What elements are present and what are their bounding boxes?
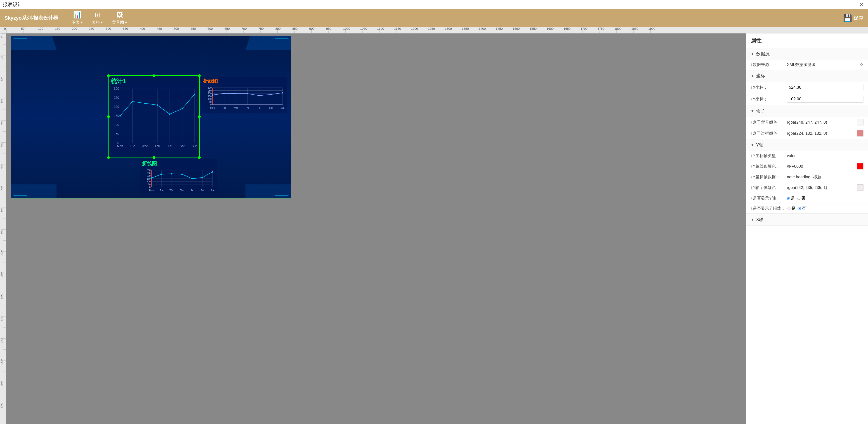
yaxis-data-row: ℹ Y坐标轴数据： note.heading--标题: [746, 172, 868, 182]
svg-point-25: [144, 102, 146, 104]
x-coord-label: ℹ X坐标：: [751, 85, 784, 90]
arrow-datasource: ▼: [751, 52, 754, 56]
svg-text:Thu: Thu: [180, 189, 184, 192]
svg-text:Fri: Fri: [191, 189, 193, 192]
info-icon-ds[interactable]: ℹ: [751, 63, 752, 66]
bg-icon: 🖼: [116, 11, 123, 19]
yaxis-divider-row: ℹ 是否显示分隔线： 是 否: [746, 204, 868, 214]
chart-small-tr[interactable]: 折线图 300250200150100500MonTueWedThuFriSat…: [201, 77, 287, 113]
yaxis-font-color-label: ℹ Y轴字体颜色：: [751, 185, 784, 190]
corner-tr: [275, 38, 288, 40]
info-icon-boxborder[interactable]: ℹ: [751, 131, 752, 135]
yaxis-divider-yes[interactable]: 是: [787, 206, 796, 211]
info-icon-yshow[interactable]: ℹ: [751, 196, 752, 200]
yaxis-divider-label: ℹ 是否显示分隔线：: [751, 206, 785, 211]
svg-point-99: [171, 173, 173, 175]
svg-point-102: [202, 177, 203, 178]
x-coord-input[interactable]: [787, 84, 864, 91]
section-xaxis-header[interactable]: ▼ X轴: [746, 214, 868, 225]
svg-text:Thu: Thu: [246, 107, 249, 109]
section-yaxis-label: Y轴: [756, 142, 764, 148]
svg-text:Fri: Fri: [168, 144, 172, 148]
refresh-button[interactable]: ⟳: [860, 62, 864, 67]
svg-text:200: 200: [147, 175, 151, 177]
section-box: ▼ 盒子 ℹ 盒子背景颜色： rgba(248, 247, 247, 0) ℹ …: [746, 105, 868, 139]
yaxis-data-value: note.heading--标题: [787, 174, 864, 180]
table-label: 表格 ▾: [92, 20, 103, 25]
toolbar-table-button[interactable]: ⊞ 表格 ▾: [92, 11, 103, 25]
section-datasource: ▼ 数据源 ℹ 数据来源： XML数据源测试 ⟳: [746, 48, 868, 70]
main-chart-svg: 300250200150100500MonTueWedThuFriSatSun: [111, 87, 197, 150]
info-icon-yfont[interactable]: ℹ: [751, 186, 752, 189]
bg-deco-bottom-left: [11, 184, 57, 198]
section-box-header[interactable]: ▼ 盒子: [746, 105, 868, 117]
box-bg-swatch[interactable]: [857, 119, 864, 125]
svg-point-101: [191, 178, 193, 179]
y-coord-input[interactable]: [787, 96, 864, 102]
svg-text:Sun: Sun: [192, 144, 197, 148]
vertical-ruler: [0, 33, 6, 424]
info-icon-boxbg[interactable]: ℹ: [751, 120, 752, 124]
properties-panel: 属性 ▼ 数据源 ℹ 数据来源： XML数据源测试 ⟳ ▼ 坐标: [746, 33, 868, 424]
svg-text:Mon: Mon: [210, 107, 215, 109]
bg-deco-top-left: [11, 36, 57, 50]
svg-text:Fri: Fri: [258, 107, 260, 109]
svg-text:Sun: Sun: [281, 107, 285, 109]
info-icon-ycolor[interactable]: ℹ: [751, 164, 752, 168]
section-yaxis-header[interactable]: ▼ Y轴: [746, 139, 868, 151]
chart-main-body: 300250200150100500MonTueWedThuFriSatSun: [109, 87, 199, 152]
toolbar-chart-button[interactable]: 📊 图表 ▾: [72, 11, 83, 25]
toolbar-brand: Skyzyo系列-报表设计器: [4, 15, 58, 22]
chart-small-title: 折线图: [201, 77, 287, 85]
yaxis-color-swatch[interactable]: [857, 163, 864, 170]
yaxis-type-label: ℹ Y坐标轴类型：: [751, 153, 784, 158]
yaxis-show-label: ℹ 是否显示Y轴：: [751, 195, 784, 201]
bg-label: 背景图 ▾: [112, 20, 127, 25]
section-coordinate-header[interactable]: ▼ 坐标: [746, 70, 868, 82]
section-yaxis: ▼ Y轴 ℹ Y坐标轴类型： value ℹ Y轴线条颜色： #FF0000: [746, 139, 868, 214]
info-icon-x[interactable]: ℹ: [751, 86, 752, 89]
arrow-yaxis: ▼: [751, 143, 754, 147]
info-icon-ytype[interactable]: ℹ: [751, 154, 752, 157]
yaxis-show-no[interactable]: 否: [798, 195, 805, 201]
svg-point-28: [182, 108, 183, 110]
small-chart-svg: 300250200150100500MonTueWedThuFriSatSun: [204, 85, 285, 112]
yaxis-divider-no[interactable]: 否: [798, 206, 806, 211]
main-area: 统计1 300250200150100500MonTueWedThuFriSat…: [0, 33, 868, 424]
canvas-area[interactable]: 统计1 300250200150100500MonTueWedThuFriSat…: [6, 33, 746, 424]
svg-text:100: 100: [208, 98, 212, 100]
section-xaxis-label: X轴: [756, 216, 764, 223]
svg-text:Wed: Wed: [142, 144, 148, 148]
box-bg-label: ℹ 盒子背景颜色：: [751, 120, 784, 125]
svg-text:Sun: Sun: [211, 189, 215, 192]
chart-main[interactable]: 统计1 300250200150100500MonTueWedThuFriSat…: [108, 76, 199, 157]
info-icon-y[interactable]: ℹ: [751, 97, 752, 101]
yaxis-color-value: #FF0000: [787, 164, 855, 169]
svg-text:0: 0: [149, 186, 151, 188]
svg-text:Wed: Wed: [234, 107, 238, 109]
yaxis-divider-radio: 是 否: [787, 206, 806, 211]
chart-bottom[interactable]: 折线图 300250200150100500MonTueWedThuFriSat…: [140, 159, 217, 195]
yaxis-font-swatch[interactable]: [857, 184, 864, 191]
section-datasource-header[interactable]: ▼ 数据源: [746, 48, 868, 60]
v-ruler-canvas: [0, 33, 6, 410]
svg-point-60: [212, 94, 213, 96]
toolbar-background-button[interactable]: 🖼 背景图 ▾: [112, 11, 127, 25]
yaxis-font-color-row: ℹ Y轴字体颜色： rgba(242, 235, 235, 1): [746, 182, 868, 193]
info-icon-ydivider[interactable]: ℹ: [751, 207, 752, 210]
close-button[interactable]: ×: [860, 1, 864, 8]
yaxis-show-yes[interactable]: 是: [787, 195, 795, 201]
svg-text:250: 250: [147, 172, 151, 175]
info-icon-ydata[interactable]: ℹ: [751, 175, 752, 179]
svg-text:Wed: Wed: [169, 189, 174, 192]
datasource-row: ℹ 数据来源： XML数据源测试 ⟳: [746, 60, 868, 70]
corner-bl: [13, 194, 27, 196]
svg-text:Mon: Mon: [149, 189, 153, 192]
table-icon: ⊞: [94, 11, 100, 19]
svg-text:250: 250: [114, 96, 119, 99]
svg-point-26: [157, 104, 158, 106]
save-button[interactable]: 💾 保存: [843, 9, 864, 27]
box-border-swatch[interactable]: [857, 130, 864, 137]
svg-text:100: 100: [114, 123, 119, 127]
yaxis-type-row: ℹ Y坐标轴类型： value: [746, 151, 868, 161]
